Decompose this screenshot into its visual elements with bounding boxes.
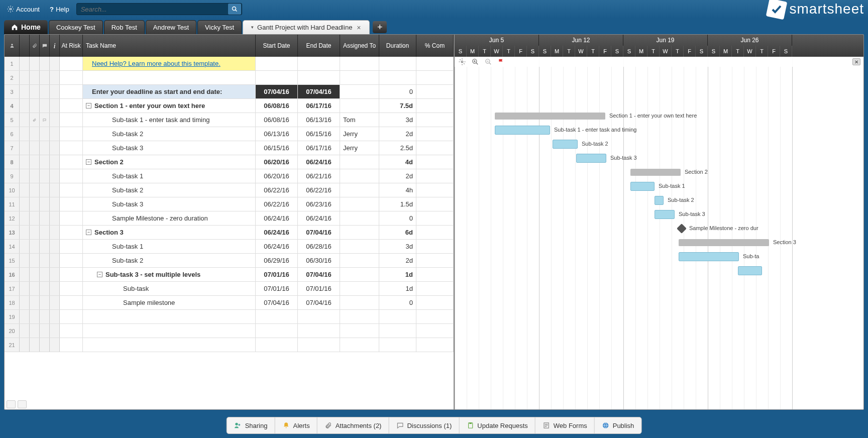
cell-duration[interactable]: 6d bbox=[379, 226, 416, 239]
cell-end-date[interactable]: 06/22/16 bbox=[298, 183, 340, 197]
gear-icon[interactable] bbox=[459, 58, 466, 65]
add-tab-button[interactable]: + bbox=[373, 21, 387, 33]
end-date-header[interactable]: End Date bbox=[298, 35, 340, 57]
gantt-body[interactable]: ✕ Section 1 - enter your own text hereSu… bbox=[455, 57, 863, 409]
cell-attachment[interactable] bbox=[30, 296, 40, 309]
grid-body[interactable]: 1Need Help? Learn more about this templa… bbox=[5, 57, 454, 409]
table-row[interactable]: 14Sub-task 106/24/1606/28/163d bbox=[5, 240, 454, 254]
cell-assigned-to[interactable]: Jerry bbox=[340, 127, 379, 141]
cell-end-date[interactable]: 06/24/16 bbox=[298, 155, 340, 169]
cell-info[interactable] bbox=[50, 197, 60, 211]
cell-attachment[interactable] bbox=[30, 113, 40, 127]
close-gantt-button[interactable]: ✕ bbox=[852, 58, 860, 65]
cell-comment[interactable] bbox=[40, 169, 50, 183]
cell-pct[interactable] bbox=[416, 113, 454, 127]
cell-assigned-to[interactable] bbox=[340, 183, 379, 197]
row-selector-header[interactable] bbox=[5, 35, 20, 57]
chevron-down-icon[interactable]: ▼ bbox=[250, 25, 254, 30]
search-button[interactable] bbox=[228, 4, 241, 15]
gantt-task-bar[interactable] bbox=[630, 182, 655, 191]
cell-mini[interactable] bbox=[20, 310, 30, 323]
table-row[interactable]: 3Enter your deadline as start and end da… bbox=[5, 85, 454, 99]
row-number[interactable]: 9 bbox=[5, 169, 20, 183]
cell-mini[interactable] bbox=[20, 99, 30, 113]
cell-attachment[interactable] bbox=[30, 183, 40, 197]
cell-at-risk[interactable] bbox=[60, 324, 83, 338]
cell-start-date[interactable]: 07/01/16 bbox=[256, 268, 298, 281]
table-row[interactable]: 5Sub-task 1 - enter task and timing06/08… bbox=[5, 113, 454, 127]
cell-mini[interactable] bbox=[20, 183, 30, 197]
cell-end-date[interactable]: 06/24/16 bbox=[298, 211, 340, 225]
cell-duration[interactable]: 0 bbox=[379, 211, 416, 225]
tab-active[interactable]: ▼ Gantt Project with Hard Deadline × bbox=[243, 20, 370, 34]
cell-info[interactable] bbox=[50, 57, 60, 70]
cell-task-name[interactable]: Sub-task 3 bbox=[83, 197, 256, 211]
cell-assigned-to[interactable] bbox=[340, 296, 379, 309]
cell-info[interactable] bbox=[50, 338, 60, 352]
cell-task-name[interactable]: −Section 2 bbox=[83, 155, 256, 169]
cell-pct[interactable] bbox=[416, 296, 454, 309]
cell-task-name[interactable]: Sub-task 2 bbox=[83, 183, 256, 197]
cell-start-date[interactable] bbox=[256, 310, 298, 323]
collapse-icon[interactable]: − bbox=[86, 103, 91, 108]
table-row[interactable]: 1Need Help? Learn more about this templa… bbox=[5, 57, 454, 71]
cell-attachment[interactable] bbox=[30, 85, 40, 98]
row-number[interactable]: 14 bbox=[5, 240, 20, 253]
cell-assigned-to[interactable] bbox=[340, 240, 379, 253]
cell-duration[interactable]: 3d bbox=[379, 240, 416, 253]
publish-button[interactable]: Publish bbox=[595, 417, 641, 433]
assigned-to-header[interactable]: Assigned To bbox=[340, 35, 379, 57]
cell-comment[interactable] bbox=[40, 282, 50, 295]
gantt-task-bar[interactable] bbox=[576, 154, 606, 163]
cell-start-date[interactable]: 06/08/16 bbox=[256, 99, 298, 113]
cell-comment[interactable] bbox=[40, 71, 50, 84]
cell-comment[interactable] bbox=[40, 268, 50, 281]
cell-assigned-to[interactable] bbox=[340, 324, 379, 338]
cell-comment[interactable] bbox=[40, 141, 50, 155]
search-input[interactable] bbox=[77, 6, 228, 13]
table-row[interactable]: 18Sample milestone07/04/1607/04/160 bbox=[5, 296, 454, 310]
cell-end-date[interactable]: 06/30/16 bbox=[298, 254, 340, 267]
cell-at-risk[interactable] bbox=[60, 254, 83, 267]
cell-task-name[interactable]: Sub-task bbox=[83, 282, 256, 295]
cell-duration[interactable] bbox=[379, 338, 416, 352]
cell-end-date[interactable]: 06/23/16 bbox=[298, 197, 340, 211]
gantt-task-bar[interactable] bbox=[553, 140, 578, 149]
cell-assigned-to[interactable] bbox=[340, 282, 379, 295]
cell-task-name[interactable]: Sub-task 2 bbox=[83, 254, 256, 267]
cell-at-risk[interactable] bbox=[60, 155, 83, 169]
table-row[interactable]: 9Sub-task 106/20/1606/21/162d bbox=[5, 169, 454, 183]
cell-task-name[interactable] bbox=[83, 71, 256, 84]
cell-duration[interactable] bbox=[379, 57, 416, 70]
cell-task-name[interactable] bbox=[83, 324, 256, 338]
cell-task-name[interactable]: Enter your deadline as start and end dat… bbox=[83, 85, 256, 98]
cell-comment[interactable] bbox=[40, 57, 50, 70]
cell-end-date[interactable] bbox=[298, 57, 340, 70]
cell-at-risk[interactable] bbox=[60, 268, 83, 281]
row-number[interactable]: 6 bbox=[5, 127, 20, 141]
table-row[interactable]: 7Sub-task 306/15/1606/17/16Jerry2.5d bbox=[5, 141, 454, 155]
cell-start-date[interactable]: 06/24/16 bbox=[256, 240, 298, 253]
cell-mini[interactable] bbox=[20, 240, 30, 253]
row-number[interactable]: 2 bbox=[5, 71, 20, 84]
cell-start-date[interactable]: 06/29/16 bbox=[256, 254, 298, 267]
cell-start-date[interactable]: 06/08/16 bbox=[256, 113, 298, 127]
cell-assigned-to[interactable] bbox=[340, 211, 379, 225]
cell-task-name[interactable] bbox=[83, 338, 256, 352]
cell-attachment[interactable] bbox=[30, 282, 40, 295]
cell-assigned-to[interactable] bbox=[340, 338, 379, 352]
cell-end-date[interactable]: 06/15/16 bbox=[298, 127, 340, 141]
cell-assigned-to[interactable] bbox=[340, 169, 379, 183]
cell-task-name[interactable]: Need Help? Learn more about this templat… bbox=[83, 57, 256, 70]
row-number[interactable]: 19 bbox=[5, 310, 20, 323]
alerts-button[interactable]: Alerts bbox=[275, 417, 317, 433]
cell-start-date[interactable] bbox=[256, 71, 298, 84]
cell-pct[interactable] bbox=[416, 197, 454, 211]
cell-mini[interactable] bbox=[20, 282, 30, 295]
table-row[interactable]: 13−Section 306/24/1607/04/166d bbox=[5, 226, 454, 240]
cell-info[interactable] bbox=[50, 310, 60, 323]
cell-start-date[interactable]: 06/22/16 bbox=[256, 183, 298, 197]
cell-task-name[interactable]: Sub-task 2 bbox=[83, 127, 256, 141]
cell-task-name[interactable]: −Section 1 - enter your own text here bbox=[83, 99, 256, 113]
cell-duration[interactable]: 2d bbox=[379, 254, 416, 267]
